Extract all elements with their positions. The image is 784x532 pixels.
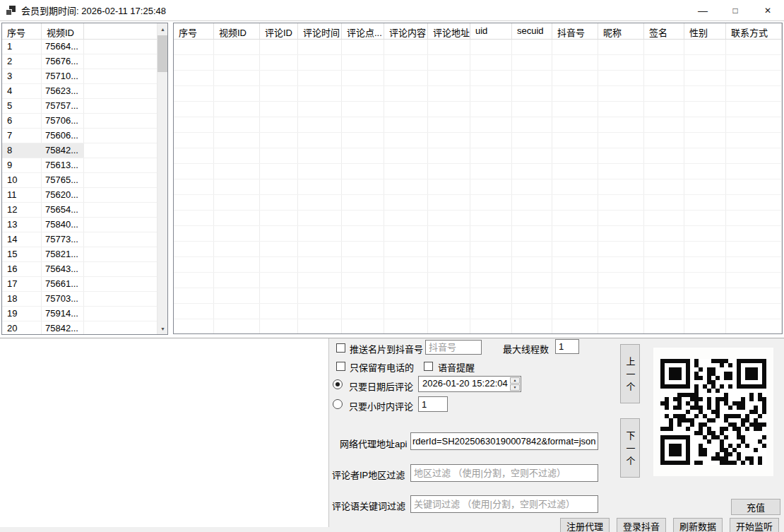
list-item[interactable]: 1575821... bbox=[2, 247, 157, 262]
maximize-button[interactable]: □ bbox=[719, 0, 752, 21]
start-listen-button[interactable]: 开始监听 bbox=[730, 518, 779, 532]
voice-alert-checkbox[interactable] bbox=[424, 362, 433, 371]
recharge-button[interactable]: 充值 bbox=[731, 499, 780, 515]
list-item[interactable]: 1675643... bbox=[2, 262, 157, 277]
list-item[interactable]: 175664... bbox=[2, 40, 157, 54]
column-header[interactable]: 评论点... bbox=[342, 23, 384, 39]
within-hours-radio[interactable] bbox=[333, 399, 343, 409]
after-date-datetime-input[interactable]: 2026-01-20 15:22:04 ▲ ▼ bbox=[418, 376, 521, 392]
minimize-button[interactable]: — bbox=[687, 0, 719, 21]
row-filler bbox=[84, 143, 157, 158]
list-item[interactable]: 775606... bbox=[2, 129, 157, 143]
within-hours-input[interactable] bbox=[418, 396, 448, 412]
row-filler bbox=[84, 54, 157, 69]
list-item[interactable]: 375710... bbox=[2, 69, 157, 84]
table-row bbox=[174, 257, 782, 273]
after-date-label: 只要日期后评论 bbox=[349, 379, 413, 393]
previous-button[interactable]: 上一个 bbox=[620, 344, 640, 403]
row-video-id: 75623... bbox=[42, 84, 84, 98]
row-video-id: 75643... bbox=[42, 262, 84, 276]
list-item[interactable]: 1075765... bbox=[2, 173, 157, 188]
column-header[interactable]: 评论地址 bbox=[428, 23, 470, 39]
register-agent-button[interactable]: 注册代理 bbox=[560, 518, 610, 532]
list-item[interactable]: 1975914... bbox=[2, 307, 157, 321]
column-header[interactable]: 序号 bbox=[174, 23, 214, 39]
row-video-id: 75613... bbox=[42, 158, 84, 172]
row-video-id: 75842... bbox=[42, 321, 84, 334]
row-index: 1 bbox=[2, 40, 42, 54]
row-video-id: 75840... bbox=[42, 218, 84, 232]
list-item[interactable]: 1175620... bbox=[2, 188, 157, 203]
list-item[interactable]: 1875703... bbox=[2, 292, 157, 307]
column-header[interactable]: 评论时间 bbox=[298, 23, 342, 39]
list-item[interactable]: 475623... bbox=[2, 84, 157, 99]
keyword-filter-input[interactable] bbox=[410, 495, 598, 513]
column-header[interactable]: 性别 bbox=[684, 23, 726, 39]
row-video-id: 75765... bbox=[42, 173, 84, 187]
column-header[interactable]: 视频ID bbox=[214, 23, 260, 39]
list-item[interactable]: 875842... bbox=[2, 143, 157, 158]
list-item[interactable]: 1475773... bbox=[2, 232, 157, 247]
column-header[interactable]: 抖音号 bbox=[552, 23, 598, 39]
bottom-left-blank bbox=[0, 338, 329, 527]
list-item[interactable]: 575757... bbox=[2, 99, 157, 114]
column-header[interactable]: 联系方式 bbox=[726, 23, 782, 39]
max-threads-label: 最大线程数 bbox=[503, 342, 549, 355]
list-item[interactable]: 1275654... bbox=[2, 203, 157, 218]
spinner-up-icon[interactable]: ▲ bbox=[510, 377, 520, 384]
proxy-api-input[interactable] bbox=[410, 432, 598, 450]
row-video-id: 75914... bbox=[42, 307, 84, 321]
column-header[interactable]: uid bbox=[470, 23, 512, 39]
table-row bbox=[174, 86, 782, 102]
row-index: 9 bbox=[2, 158, 42, 172]
spinner-down-icon[interactable]: ▼ bbox=[510, 384, 520, 391]
refresh-data-button[interactable]: 刷新数据 bbox=[673, 518, 723, 532]
table-row bbox=[174, 179, 782, 195]
column-header-video-id[interactable]: 视频ID bbox=[42, 23, 84, 39]
list-item[interactable]: 675706... bbox=[2, 114, 157, 129]
row-filler bbox=[84, 218, 157, 232]
row-filler bbox=[84, 158, 157, 172]
bottom-panel: 推送名片到抖音号 最大线程数 只保留有电话的 语音提醒 只要日期后评论 2026… bbox=[0, 338, 784, 532]
row-index: 18 bbox=[2, 292, 42, 306]
after-date-radio[interactable] bbox=[333, 379, 343, 389]
comment-table-header: 序号视频ID评论ID评论时间评论点...评论内容评论地址uidsecuid抖音号… bbox=[174, 23, 782, 40]
scrollbar-thumb[interactable] bbox=[158, 35, 168, 72]
column-header[interactable]: 评论内容 bbox=[384, 23, 428, 39]
voice-alert-label: 语音提醒 bbox=[438, 360, 475, 374]
list-item[interactable]: 275676... bbox=[2, 54, 157, 69]
column-header-index[interactable]: 序号 bbox=[2, 23, 42, 39]
ip-filter-input[interactable] bbox=[410, 464, 598, 482]
column-header[interactable]: 签名 bbox=[644, 23, 684, 39]
next-button[interactable]: 下一个 bbox=[620, 418, 640, 478]
column-header[interactable]: 昵称 bbox=[598, 23, 644, 39]
window-title: 会员到期时间: 2026-02-11 17:25:48 bbox=[21, 4, 166, 17]
row-video-id: 75661... bbox=[42, 277, 84, 291]
max-threads-input[interactable] bbox=[555, 339, 579, 354]
row-index: 5 bbox=[2, 99, 42, 113]
list-item[interactable]: 1775661... bbox=[2, 277, 157, 292]
video-list-scrollbar[interactable]: ▲ ▼ bbox=[157, 23, 167, 334]
douyin-id-input[interactable] bbox=[425, 340, 482, 355]
row-filler bbox=[84, 188, 157, 202]
close-button[interactable]: ✕ bbox=[752, 0, 784, 21]
column-header[interactable]: 评论ID bbox=[260, 23, 298, 39]
table-row bbox=[174, 242, 782, 257]
login-douyin-button[interactable]: 登录抖音 bbox=[617, 518, 666, 532]
column-header[interactable]: secuid bbox=[512, 23, 552, 39]
scroll-down-icon[interactable]: ▼ bbox=[158, 323, 168, 334]
list-item[interactable]: 2075842... bbox=[2, 321, 157, 334]
push-card-checkbox[interactable] bbox=[336, 343, 345, 353]
datetime-spinner: ▲ ▼ bbox=[509, 377, 521, 391]
list-item[interactable]: 1375840... bbox=[2, 218, 157, 232]
list-item[interactable]: 975613... bbox=[2, 158, 157, 173]
row-index: 3 bbox=[2, 69, 42, 83]
row-filler bbox=[84, 84, 157, 98]
titlebar: 会员到期时间: 2026-02-11 17:25:48 — □ ✕ bbox=[0, 0, 784, 21]
scroll-up-icon[interactable]: ▲ bbox=[158, 23, 168, 35]
qr-code-image bbox=[653, 348, 773, 476]
only-phone-checkbox[interactable] bbox=[336, 362, 345, 371]
table-row bbox=[174, 195, 782, 211]
row-filler bbox=[84, 232, 157, 247]
row-video-id: 75773... bbox=[42, 232, 84, 247]
